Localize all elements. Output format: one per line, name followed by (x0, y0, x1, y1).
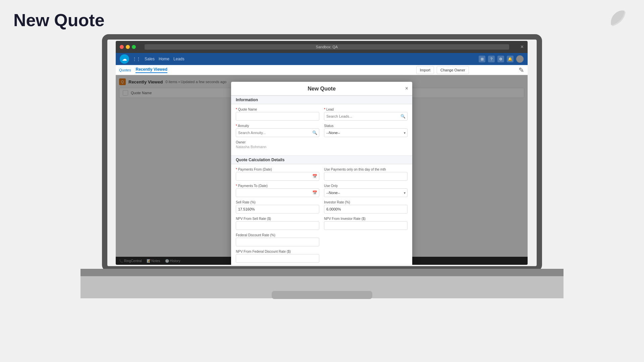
quote-calc-section-header: Quote Calculation Details (231, 156, 412, 164)
row-payments-from-use: Payments From (Date) 📅 Use Payments only… (236, 168, 408, 181)
nav-help-icon[interactable]: ? (488, 56, 495, 62)
select-use-only[interactable]: --None-- (324, 188, 408, 197)
row-annuity-status: Annuity 🔍 Status (236, 124, 408, 137)
sf-app: ☁ ⋮⋮ Sales Home Leads ⊞ ? ⚙ 🔔 Quotes (116, 53, 528, 265)
field-status: Status --None-- (324, 124, 408, 137)
browser-btn-min[interactable] (126, 45, 130, 49)
input-federal-discount[interactable] (236, 238, 319, 246)
field-npv-sell-rate: NPV From Sell Rate ($) (236, 217, 319, 230)
label-federal-discount: Federal Discount Rate (%) (236, 233, 319, 237)
sf-nav-links: ⋮⋮ Sales Home Leads (132, 57, 475, 61)
breadcrumb[interactable]: Quotes (119, 68, 131, 72)
label-use-only: Use Only (324, 184, 408, 188)
input-use-payments-only[interactable] (324, 172, 408, 181)
nav-bell-icon[interactable]: 🔔 (507, 56, 514, 62)
edit-pencil-icon[interactable]: ✎ (519, 66, 524, 74)
annuity-search-wrap: 🔍 (236, 128, 319, 137)
label-npv-investor-rate: NPV From Investor Rate ($) (324, 217, 408, 221)
row-npv-federal: NPV From Federal Discount Rate ($) (236, 250, 408, 263)
input-npv-federal[interactable] (236, 254, 319, 263)
import-button[interactable]: Import (416, 66, 434, 74)
sf-nav-icons: ⊞ ? ⚙ 🔔 (479, 55, 524, 63)
row-payments-to-use-only: Payments To (Date) 📅 Use Only (236, 184, 408, 197)
chevron-down-icon[interactable]: ▾ (509, 66, 516, 73)
lead-search-wrap: 🔍 (324, 112, 408, 121)
sf-content: Q Recently Viewed 0 items • Updated a fe… (116, 75, 528, 265)
owner-value: Natasha Bohmann (236, 145, 319, 149)
field-investor-rate: Investor Rate (%) (324, 200, 408, 214)
browser-chrome: Sandbox: QA × (116, 41, 528, 53)
label-npv-federal: NPV From Federal Discount Rate ($) (236, 250, 319, 253)
field-lead: Lead 🔍 (324, 108, 408, 121)
nav-app-label[interactable]: Sales (145, 57, 155, 61)
sf-subnav: Quotes Recently Viewed Import Change Own… (116, 65, 528, 75)
refresh-icon[interactable]: ↻ (481, 66, 488, 73)
nav-search-icon[interactable]: ⊞ (479, 56, 485, 62)
field-payments-from: Payments From (Date) 📅 (236, 168, 319, 181)
modal-title: New Quote (308, 86, 336, 92)
payments-to-date-wrap: 📅 (236, 188, 319, 197)
svg-rect-2 (80, 269, 564, 276)
lead-search-icon: 🔍 (400, 114, 406, 119)
input-payments-from[interactable] (236, 172, 319, 181)
list-view-icon[interactable]: ⊟ (472, 66, 478, 73)
laptop-frame: Sandbox: QA × ☁ ⋮⋮ Sales Home Leads ⊞ ? … (80, 34, 564, 335)
nav-grid-icon[interactable]: ⋮⋮ (132, 57, 141, 61)
field-use-only: Use Only --None-- (324, 184, 408, 197)
status-select-wrap: --None-- (324, 128, 408, 137)
information-form: Quote Name Lead 🔍 (231, 104, 412, 156)
input-annuity-search[interactable] (236, 128, 319, 137)
field-quote-name: Quote Name (236, 108, 319, 121)
information-section-header: Information (231, 96, 412, 104)
nav-home[interactable]: Home (159, 57, 169, 61)
input-npv-investor-rate[interactable] (324, 221, 408, 230)
modal-close-button[interactable]: × (405, 85, 408, 92)
sf-logo: ☁ (120, 54, 129, 64)
payments-from-calendar-icon[interactable]: 📅 (312, 174, 317, 179)
label-use-payments-only: Use Payments only on this day of the mth (324, 168, 408, 171)
field-federal-discount: Federal Discount Rate (%) (236, 233, 319, 246)
row-quote-name-lead: Quote Name Lead 🔍 (236, 108, 408, 121)
nav-leads[interactable]: Leads (173, 57, 184, 61)
quote-calc-form: Payments From (Date) 📅 Use Payments only… (231, 164, 412, 265)
label-payments-from: Payments From (Date) (236, 168, 319, 171)
input-lead-search[interactable] (324, 112, 408, 121)
label-status: Status (324, 124, 408, 128)
label-sell-rate: Sell Rate (%) (236, 200, 319, 204)
subnav-actions: Import Change Owner ⊟ ↻ ✎ ⋯ ▾ ✎ (416, 66, 524, 74)
modal-header: New Quote × (231, 82, 412, 96)
label-investor-rate: Investor Rate (%) (324, 200, 408, 204)
tab-recently-viewed[interactable]: Recently Viewed (136, 67, 167, 73)
select-status[interactable]: --None-- (324, 128, 408, 137)
field-npv-investor-rate: NPV From Investor Rate ($) (324, 217, 408, 230)
browser-btn-max[interactable] (132, 45, 136, 49)
modal-overlay: New Quote × Information Quote Name (116, 75, 528, 265)
more-icon[interactable]: ⋯ (500, 66, 506, 73)
field-owner: Owner Natasha Bohmann (236, 140, 319, 149)
svg-rect-3 (272, 291, 372, 299)
change-owner-button[interactable]: Change Owner (437, 66, 469, 74)
label-payments-to: Payments To (Date) (236, 184, 319, 188)
sf-topnav: ☁ ⋮⋮ Sales Home Leads ⊞ ? ⚙ 🔔 (116, 53, 528, 65)
input-npv-sell-rate[interactable] (236, 221, 319, 230)
field-sell-rate: Sell Rate (%) (236, 200, 319, 214)
row-npv-rates: NPV From Sell Rate ($) NPV From Investor… (236, 217, 408, 230)
label-npv-sell-rate: NPV From Sell Rate ($) (236, 217, 319, 221)
user-avatar[interactable] (516, 55, 524, 63)
field-annuity: Annuity 🔍 (236, 124, 319, 137)
page-title: New Quote (13, 10, 105, 30)
edit-icon[interactable]: ✎ (490, 66, 497, 73)
input-sell-rate[interactable] (236, 205, 319, 214)
browser-btn-close[interactable] (120, 45, 124, 49)
row-sell-investor-rate: Sell Rate (%) Investor Rate (%) (236, 200, 408, 214)
label-lead: Lead (324, 108, 408, 111)
input-quote-name[interactable] (236, 112, 319, 121)
input-payments-to[interactable] (236, 188, 319, 197)
payments-to-calendar-icon[interactable]: 📅 (312, 190, 317, 195)
nav-settings-icon[interactable]: ⚙ (497, 56, 504, 62)
input-investor-rate[interactable] (324, 205, 408, 214)
browser-address: Sandbox: QA (145, 44, 509, 50)
label-owner: Owner (236, 140, 319, 144)
browser-close-icon[interactable]: × (521, 44, 524, 50)
row-owner: Owner Natasha Bohmann (236, 140, 408, 149)
